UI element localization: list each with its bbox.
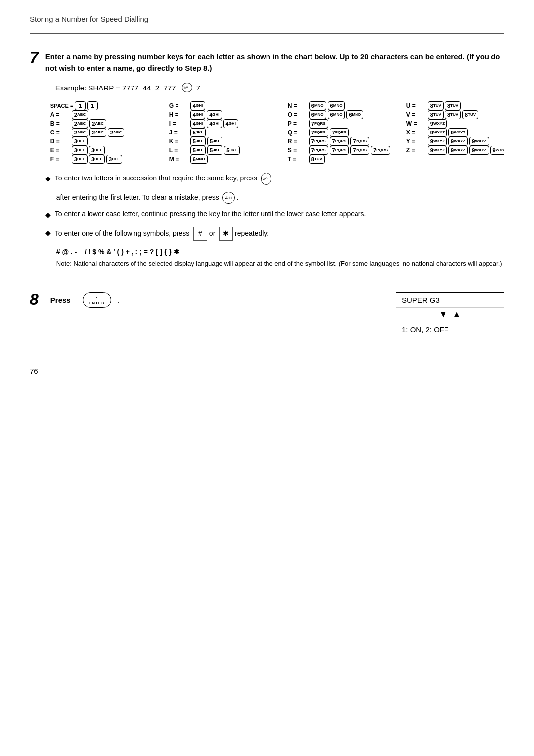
key-8tuv-v1: 8TUV bbox=[428, 110, 444, 119]
step7-number: 7 bbox=[30, 49, 39, 65]
char-H: H = 4GHI 4GHI bbox=[169, 110, 283, 119]
example-suffix: 7 bbox=[194, 84, 201, 92]
key-6mno-n2: 6MNO bbox=[328, 101, 345, 110]
step8-period: . bbox=[117, 296, 119, 304]
L-label: L = bbox=[169, 147, 189, 154]
page-number: 76 bbox=[30, 367, 504, 375]
key-4ghi-i3: 4GHI bbox=[223, 119, 238, 128]
key-8tuv-t: 8TUV bbox=[309, 155, 325, 164]
key-7pqrs-s4: 7PQRS bbox=[371, 146, 390, 155]
char-Q: Q = 7PQRS 7PQRS bbox=[288, 128, 401, 137]
key-3def-f1: 3DEF bbox=[72, 155, 88, 164]
next-letter-btn-inline: ››A bbox=[261, 173, 271, 185]
key-5jkl-l2: 5JKL bbox=[207, 146, 222, 155]
key-8tuv-u2: 8TUV bbox=[445, 101, 461, 110]
key-7pqrs-r2: 7PQRS bbox=[330, 137, 349, 146]
key-7pqrs-s1: 7PQRS bbox=[309, 146, 328, 155]
key-7pqrs-r1: 7PQRS bbox=[309, 137, 328, 146]
char-col2: G = 4GHI H = 4GHI 4GHI I = 4GHI 4GHI 4GH… bbox=[169, 101, 283, 164]
key-3def-e1: 3DEF bbox=[72, 146, 88, 155]
note-text: Note: National characters of the selecte… bbox=[56, 259, 504, 268]
screen: SUPER G3 ▼ ▲ 1: ON, 2: OFF bbox=[396, 293, 504, 337]
diamond-icon-1: ◆ bbox=[45, 174, 51, 184]
page-header: Storing a Number for Speed Dialling bbox=[30, 15, 504, 23]
key-7pqrs-q1: 7PQRS bbox=[309, 128, 328, 137]
key-6mno-m: 6MNO bbox=[190, 155, 208, 164]
F-label: F = bbox=[50, 156, 70, 163]
T-label: T = bbox=[288, 156, 308, 163]
char-N: N = 6MNO 6MNO bbox=[288, 101, 401, 110]
space-label: SPACE = bbox=[50, 103, 74, 109]
char-col1: SPACE = 1 1 A = 2ABC B = 2ABC 2ABC C = bbox=[50, 101, 164, 164]
key-2abc-c2: 2ABC bbox=[89, 128, 106, 137]
P-label: P = bbox=[288, 120, 308, 127]
char-L: L = 5JKL 5JKL 5JKL bbox=[169, 146, 283, 155]
char-R: R = 7PQRS 7PQRS 7PQRS bbox=[288, 137, 401, 146]
enter-label: ENTER bbox=[89, 301, 105, 305]
G-label: G = bbox=[169, 102, 189, 109]
char-E: E = 3DEF 3DEF bbox=[50, 146, 164, 155]
enter-dot: ∙ bbox=[96, 295, 98, 300]
char-J: J = 5JKL bbox=[169, 128, 283, 137]
key-4ghi-i1: 4GHI bbox=[190, 119, 205, 128]
diamond-icon-3: ◆ bbox=[45, 228, 51, 238]
S-label: S = bbox=[288, 147, 308, 154]
E-label: E = bbox=[50, 147, 70, 154]
O-label: O = bbox=[288, 111, 308, 118]
indent-after: after entering the first letter. To clea… bbox=[56, 192, 504, 204]
key-9wxyz-y3: 9WXYZ bbox=[469, 137, 489, 146]
key-4ghi-h2: 4GHI bbox=[207, 110, 222, 119]
display-screen: SUPER G3 ▼ ▲ 1: ON, 2: OFF bbox=[396, 292, 504, 337]
D-label: D = bbox=[50, 138, 70, 145]
char-space: SPACE = 1 1 bbox=[50, 101, 164, 110]
char-col4: U = 8TUV 8TUV V = 8TUV 8TUV 8TUV W = 9WX… bbox=[406, 101, 504, 164]
bullet-section: ◆ To enter two letters in succession tha… bbox=[45, 173, 504, 268]
key-1a: 1 bbox=[75, 101, 86, 110]
key-5jkl-k2: 5JKL bbox=[207, 137, 222, 146]
step8-press-label: Press bbox=[50, 295, 71, 306]
key-9wxyz-z3: 9WXYZ bbox=[469, 146, 489, 155]
key-2abc-c1: 2ABC bbox=[72, 128, 88, 137]
key-9wxyz-x1: 9WXYZ bbox=[428, 128, 447, 137]
Z-label: Z = bbox=[406, 147, 426, 154]
sup-z: Z bbox=[225, 194, 228, 201]
key-4ghi-i2: 4GHI bbox=[207, 119, 222, 128]
V-label: V = bbox=[406, 111, 426, 118]
char-P: P = 7PQRS bbox=[288, 119, 401, 128]
char-V: V = 8TUV 8TUV 8TUV bbox=[406, 110, 504, 119]
key-5jkl-k1: 5JKL bbox=[190, 137, 206, 146]
key-9wxyz-y1: 9WXYZ bbox=[428, 137, 447, 146]
key-5jkl-j: 5JKL bbox=[190, 128, 206, 137]
enter-button: ∙ ENTER bbox=[83, 292, 111, 308]
key-4ghi-h1: 4GHI bbox=[190, 110, 205, 119]
hash-key: # bbox=[193, 227, 207, 241]
key-6mno-n1: 6MNO bbox=[309, 101, 326, 110]
step8-left: 8 Press ∙ ENTER . bbox=[30, 292, 396, 308]
up-arrow-icon: ▲ bbox=[452, 310, 461, 320]
char-S: S = 7PQRS 7PQRS 7PQRS 7PQRS bbox=[288, 146, 401, 155]
down-arrow-icon: ▼ bbox=[439, 310, 447, 320]
next-letter-button: ››A bbox=[182, 83, 192, 92]
Y-label: Y = bbox=[406, 138, 426, 145]
char-F: F = 3DEF 3DEF 3DEF bbox=[50, 155, 164, 164]
W-label: W = bbox=[406, 120, 426, 127]
step7-block: 7 Enter a name by pressing number keys f… bbox=[30, 34, 504, 280]
J-label: J = bbox=[169, 129, 189, 136]
symbols-list: # @ . - _ / ! $ % & ' ( ) + , : ; = ? [ … bbox=[56, 248, 504, 256]
bullet-symbols: ◆ To enter one of the following symbols,… bbox=[45, 227, 504, 241]
char-T: T = 8TUV bbox=[288, 155, 401, 164]
B-label: B = bbox=[50, 120, 70, 127]
sup-a: A bbox=[186, 85, 189, 90]
char-Y: Y = 9WXYZ 9WXYZ 9WXYZ bbox=[406, 137, 504, 146]
char-A: A = 2ABC bbox=[50, 110, 164, 119]
char-X: X = 9WXYZ 9WXYZ bbox=[406, 128, 504, 137]
C-label: C = bbox=[50, 129, 70, 136]
key-8tuv-v2: 8TUV bbox=[445, 110, 461, 119]
step7-instruction: Enter a name by pressing number keys for… bbox=[45, 51, 504, 74]
bullet-lowercase-text: To enter a lower case letter, continue p… bbox=[55, 209, 504, 220]
header-title: Storing a Number for Speed Dialling bbox=[30, 15, 148, 23]
H-label: H = bbox=[169, 111, 189, 118]
N-label: N = bbox=[288, 102, 308, 109]
U-label: U = bbox=[406, 102, 426, 109]
key-5jkl-l1: 5JKL bbox=[190, 146, 206, 155]
